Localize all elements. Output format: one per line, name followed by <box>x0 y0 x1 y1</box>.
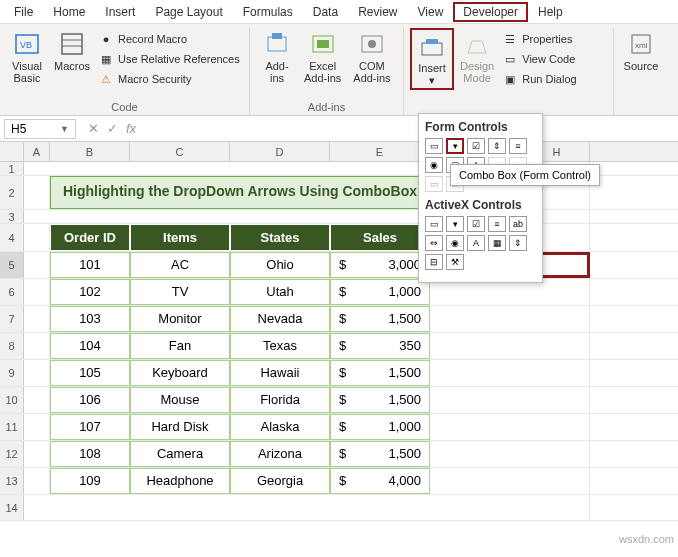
addins-button[interactable]: Add- ins <box>256 28 298 86</box>
cell-item[interactable]: Fan <box>130 333 230 359</box>
cell-order-id[interactable]: 104 <box>50 333 130 359</box>
com-addins-button[interactable]: COM Add-ins <box>347 28 396 86</box>
cell-currency[interactable]: $ <box>330 306 360 332</box>
cell-state[interactable]: Alaska <box>230 414 330 440</box>
record-macro-button[interactable]: ●Record Macro <box>96 30 242 48</box>
cell-item[interactable]: Keyboard <box>130 360 230 386</box>
menu-formulas[interactable]: Formulas <box>233 2 303 22</box>
cell-state[interactable]: Hawaii <box>230 360 330 386</box>
activex-combobox-icon[interactable]: ▾ <box>446 216 464 232</box>
menu-view[interactable]: View <box>408 2 454 22</box>
cell-currency[interactable]: $ <box>330 441 360 467</box>
view-code-button[interactable]: ▭View Code <box>500 50 578 68</box>
macros-button[interactable]: Macros <box>48 28 96 74</box>
row-header[interactable]: 1 <box>0 162 24 175</box>
cell-order-id[interactable]: 102 <box>50 279 130 305</box>
activex-button-icon[interactable]: ▭ <box>425 216 443 232</box>
cancel-icon[interactable]: ✕ <box>88 121 99 136</box>
source-button[interactable]: xml Source <box>620 28 662 74</box>
row-header[interactable]: 7 <box>0 306 24 332</box>
cell-currency[interactable]: $ <box>330 360 360 386</box>
enter-icon[interactable]: ✓ <box>107 121 118 136</box>
cell-state[interactable]: Utah <box>230 279 330 305</box>
form-spinner-icon[interactable]: ⇕ <box>488 138 506 154</box>
cell-state[interactable]: Texas <box>230 333 330 359</box>
col-header-e[interactable]: E <box>330 142 430 161</box>
activex-spinner-icon[interactable]: ⇕ <box>509 235 527 251</box>
row-header[interactable]: 3 <box>0 210 24 223</box>
design-mode-button[interactable]: Design Mode <box>454 28 500 86</box>
menu-insert[interactable]: Insert <box>95 2 145 22</box>
col-header-a[interactable]: A <box>24 142 50 161</box>
cell-order-id[interactable]: 105 <box>50 360 130 386</box>
cell-sales[interactable]: 1,500 <box>360 306 430 332</box>
col-header-c[interactable]: C <box>130 142 230 161</box>
fx-icon[interactable]: fx <box>126 121 136 136</box>
row-header[interactable]: 8 <box>0 333 24 359</box>
row-header[interactable]: 11 <box>0 414 24 440</box>
activex-listbox-icon[interactable]: ≡ <box>488 216 506 232</box>
cell-order-id[interactable]: 101 <box>50 252 130 278</box>
form-option-icon[interactable]: ◉ <box>425 157 443 173</box>
cell-item[interactable]: AC <box>130 252 230 278</box>
excel-addins-button[interactable]: Excel Add-ins <box>298 28 347 86</box>
menu-home[interactable]: Home <box>43 2 95 22</box>
cell-sales[interactable]: 1,500 <box>360 441 430 467</box>
row-header[interactable]: 12 <box>0 441 24 467</box>
cell-state[interactable]: Georgia <box>230 468 330 494</box>
activex-scrollbar-icon[interactable]: ⇔ <box>425 235 443 251</box>
menu-page-layout[interactable]: Page Layout <box>145 2 232 22</box>
cell-currency[interactable]: $ <box>330 333 360 359</box>
activex-more-icon[interactable]: ⚒ <box>446 254 464 270</box>
use-relative-button[interactable]: ▦Use Relative References <box>96 50 242 68</box>
cell-order-id[interactable]: 107 <box>50 414 130 440</box>
cell-currency[interactable]: $ <box>330 252 360 278</box>
row-header[interactable]: 2 <box>0 176 24 209</box>
cell-item[interactable]: Mouse <box>130 387 230 413</box>
activex-checkbox-icon[interactable]: ☑ <box>467 216 485 232</box>
cell-item[interactable]: Monitor <box>130 306 230 332</box>
form-combobox-icon[interactable]: ▾ <box>446 138 464 154</box>
menu-data[interactable]: Data <box>303 2 348 22</box>
form-button-icon[interactable]: ▭ <box>425 138 443 154</box>
activex-image-icon[interactable]: ▦ <box>488 235 506 251</box>
activex-textbox-icon[interactable]: ab <box>509 216 527 232</box>
cell-item[interactable]: TV <box>130 279 230 305</box>
menu-file[interactable]: File <box>4 2 43 22</box>
cell-state[interactable]: Florida <box>230 387 330 413</box>
cell-currency[interactable]: $ <box>330 279 360 305</box>
row-header[interactable]: 10 <box>0 387 24 413</box>
form-listbox-icon[interactable]: ≡ <box>509 138 527 154</box>
col-header-b[interactable]: B <box>50 142 130 161</box>
row-header[interactable]: 5 <box>0 252 24 278</box>
row-header[interactable]: 4 <box>0 224 24 251</box>
cell-sales[interactable]: 1,000 <box>360 414 430 440</box>
cell-state[interactable]: Arizona <box>230 441 330 467</box>
cell-state[interactable]: Nevada <box>230 306 330 332</box>
run-dialog-button[interactable]: ▣Run Dialog <box>500 70 578 88</box>
cell-item[interactable]: Headphone <box>130 468 230 494</box>
cell-state[interactable]: Ohio <box>230 252 330 278</box>
cell-item[interactable]: Camera <box>130 441 230 467</box>
macro-security-button[interactable]: ⚠Macro Security <box>96 70 242 88</box>
cell-sales[interactable]: 4,000 <box>360 468 430 494</box>
row-header[interactable]: 9 <box>0 360 24 386</box>
form-checkbox-icon[interactable]: ☑ <box>467 138 485 154</box>
select-all-corner[interactable] <box>0 142 24 161</box>
activex-toggle-icon[interactable]: ⊟ <box>425 254 443 270</box>
row-header[interactable]: 6 <box>0 279 24 305</box>
insert-controls-button[interactable]: Insert▾ <box>410 28 454 90</box>
menu-review[interactable]: Review <box>348 2 407 22</box>
properties-button[interactable]: ☰Properties <box>500 30 578 48</box>
worksheet-grid[interactable]: A B C D E G H 1 2 Highlighting the DropD… <box>0 142 678 521</box>
col-header-d[interactable]: D <box>230 142 330 161</box>
visual-basic-button[interactable]: VB Visual Basic <box>6 28 48 86</box>
cell-currency[interactable]: $ <box>330 387 360 413</box>
activex-label-icon[interactable]: A <box>467 235 485 251</box>
row-header[interactable]: 14 <box>0 495 24 520</box>
cell-sales[interactable]: 1,500 <box>360 360 430 386</box>
cell-sales[interactable]: 350 <box>360 333 430 359</box>
cell-item[interactable]: Hard Disk <box>130 414 230 440</box>
menu-developer[interactable]: Developer <box>453 2 528 22</box>
cell-order-id[interactable]: 106 <box>50 387 130 413</box>
